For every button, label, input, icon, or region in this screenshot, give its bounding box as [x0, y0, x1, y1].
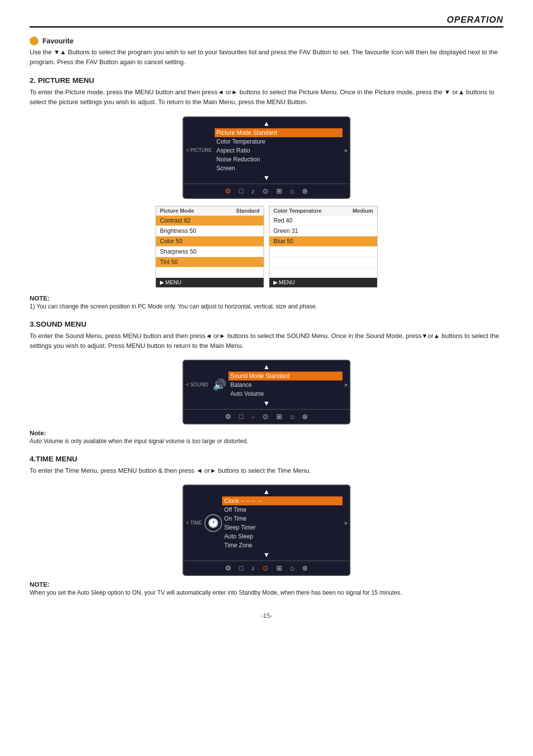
- grid-icon: ⊞: [276, 187, 282, 195]
- sound-speaker-icon: 🔊: [211, 376, 228, 394]
- picture-menu-item-1: Color Temperature: [215, 137, 343, 146]
- picture-menu-ui-box: ▲ < PICTURE Picture Mode Standard Color …: [183, 116, 350, 199]
- time-menu-items: Clock -- -- -- -- Off Time On Time Sleep…: [222, 496, 342, 550]
- brightness-label: Brightness 50: [160, 227, 196, 234]
- sound-menu-items: Sound Mode Standard Balance Auto Volume: [228, 372, 343, 398]
- grid-icon2: ⊞: [276, 413, 282, 420]
- color-temp-value: Medium: [352, 208, 373, 214]
- picture-menu-right-arrow: >: [343, 148, 349, 153]
- time-menu-ui-box: ▲ < TIME 🕐 Clock -- -- -- -- Off Time On…: [183, 485, 350, 576]
- picture-menu-item-0: Picture Mode Standard: [215, 128, 343, 137]
- sound-menu-left-label: < SOUND: [184, 382, 211, 387]
- favourite-icon: [30, 37, 38, 45]
- tint-label: Tint 50: [160, 259, 178, 265]
- sound-menu-item-1: Balance: [228, 380, 343, 389]
- home-icon3: ⌂: [290, 564, 294, 572]
- picture-panels: Picture Mode Standard Contrast 82 Bright…: [30, 206, 503, 288]
- picture-right-empty1: [269, 247, 377, 257]
- sound-menu-item-2-text: Auto Volume: [228, 390, 339, 397]
- time-menu-item-3: Sleep Timer: [222, 523, 342, 532]
- sound-menu-arrow-up: ▲: [184, 361, 349, 372]
- time-menu-arrow-up: ▲: [184, 486, 349, 496]
- sound-note-text: Auto Volume is only available when the i…: [30, 437, 503, 446]
- picture-color-row: Color 50: [156, 236, 264, 247]
- page: OPERATION Favourite Use the ▼▲ Buttons t…: [0, 0, 533, 756]
- picture-menu-arrow-up: ▲: [184, 117, 349, 128]
- red-label: Red 40: [273, 217, 293, 224]
- favourite-section-header: Favourite: [30, 37, 503, 45]
- display-icon: □: [239, 187, 243, 195]
- header-bar: OPERATION: [30, 15, 503, 28]
- sound-icon: ♪: [251, 187, 255, 195]
- sound-menu-ui-wrapper: ▲ < SOUND 🔊 Sound Mode Standard Balance …: [30, 360, 503, 424]
- time-note-title: NOTE:: [30, 581, 49, 588]
- gear-icon2: ⚙: [225, 413, 231, 420]
- picture-blue-row: Blue 50: [269, 236, 377, 247]
- picture-right-menu-row: ▶ MENU: [269, 278, 377, 287]
- picture-menu-item-1-text: Color Temperature: [215, 138, 339, 145]
- home-icon2: ⌂: [290, 413, 294, 420]
- time-menu-content-row: < TIME 🕐 Clock -- -- -- -- Off Time On T…: [184, 496, 349, 550]
- blue-label: Blue 50: [273, 238, 294, 245]
- picture-menu-item-3-text: Noise Reduction: [215, 156, 339, 163]
- favourite-label: Favourite: [42, 37, 74, 45]
- sound-note-section: Note: Auto Volume is only available when…: [30, 429, 503, 446]
- picture-right-panel: Color Temperature Medium Red 40 Green 31…: [269, 206, 378, 288]
- picture-left-menu-label: ▶ MENU: [160, 279, 181, 286]
- time-menu-item-4-text: Auto Sleep: [222, 533, 338, 540]
- home-icon: ⌂: [290, 187, 294, 195]
- picture-menu-item-4-text: Screen: [215, 165, 339, 172]
- picture-left-panel: Picture Mode Standard Contrast 82 Bright…: [155, 206, 264, 288]
- picture-right-panel-header: Color Temperature Medium: [269, 206, 377, 216]
- green-label: Green 31: [273, 227, 298, 234]
- favourite-description: Use the ▼▲ Buttons to select the program…: [30, 47, 503, 67]
- picture-contrast-row: Contrast 82: [156, 216, 264, 226]
- picture-mode-value: Standard: [236, 208, 260, 214]
- sound-menu-content-row: < SOUND 🔊 Sound Mode Standard Balance Au…: [184, 372, 349, 398]
- sound-menu-item-2: Auto Volume: [228, 389, 343, 398]
- page-number: -15-: [30, 612, 503, 619]
- picture-menu-ui-wrapper: ▲ < PICTURE Picture Mode Standard Color …: [30, 116, 503, 199]
- sound-menu-item-0: Sound Mode Standard: [228, 372, 343, 380]
- sound-menu-right-arrow: >: [343, 382, 349, 388]
- grid-icon3: ⊞: [276, 564, 282, 572]
- picture-tint-row: Tint 50: [156, 257, 264, 267]
- contrast-label: Contrast 82: [160, 217, 190, 224]
- sound-menu-item-1-text: Balance: [228, 381, 339, 388]
- time-menu-item-5-text: Time Zone: [222, 542, 338, 549]
- picture-left-panel-header: Picture Mode Standard: [156, 206, 264, 216]
- sharpness-label: Sharpness 50: [160, 248, 196, 255]
- time-menu-item-5: Time Zone: [222, 541, 342, 550]
- picture-mode-label: Picture Mode: [160, 208, 194, 214]
- time-menu-item-0: Clock -- -- -- --: [222, 496, 342, 505]
- time-menu-item-2: On Time: [222, 514, 342, 523]
- power-icon: ⊙: [263, 187, 268, 195]
- picture-menu-description: To enter the Picture mode, press the MEN…: [30, 87, 503, 107]
- time-menu-description: To enter the Time Menu, press MENU butto…: [30, 466, 503, 476]
- picture-menu-item-4: Screen: [215, 164, 343, 173]
- picture-right-empty2: [269, 257, 377, 267]
- gear-icon: ⚙: [225, 187, 231, 195]
- time-menu-item-1: Off Time: [222, 505, 342, 514]
- picture-menu-item-2-text: Aspect Ratio: [215, 147, 339, 154]
- color-temp-label: Color Temperature: [273, 208, 322, 214]
- picture-menu-items: Picture Mode Standard Color Temperature …: [215, 128, 343, 173]
- picture-right-empty3: [269, 267, 377, 278]
- time-menu-item-0-text: Clock -- -- -- --: [222, 497, 338, 504]
- note1-section: NOTE: 1) You can change the screen posit…: [30, 295, 503, 311]
- picture-menu-arrow-down: ▼: [184, 173, 349, 184]
- display-icon2: □: [239, 413, 243, 420]
- time-menu-right-arrow: >: [343, 520, 349, 526]
- clock-icon: 🕐: [204, 514, 222, 532]
- time-note-section: NOTE: When you set the Auto Sleep option…: [30, 581, 503, 597]
- picture-brightness-row: Brightness 50: [156, 226, 264, 236]
- page-title: OPERATION: [447, 15, 503, 25]
- picture-empty-row: [156, 267, 264, 278]
- time-menu-item-2-text: On Time: [222, 515, 338, 522]
- time-menu-item-1-text: Off Time: [222, 506, 338, 513]
- picture-menu-content-row: < PICTURE Picture Mode Standard Color Te…: [184, 128, 349, 173]
- sound-menu-item-0-text: Sound Mode Standard: [228, 373, 339, 379]
- sound-icon3: ♪: [251, 564, 255, 572]
- time-menu-ui-wrapper: ▲ < TIME 🕐 Clock -- -- -- -- Off Time On…: [30, 485, 503, 576]
- sound-menu-title: 3.SOUND MENU: [30, 320, 503, 328]
